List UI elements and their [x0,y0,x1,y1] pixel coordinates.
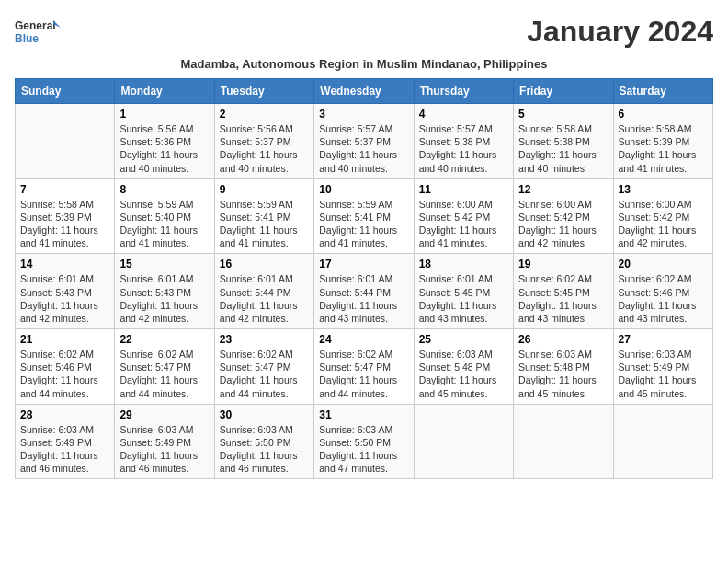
calendar-cell: 12Sunrise: 6:00 AM Sunset: 5:42 PM Dayli… [514,178,613,254]
cell-content: Sunrise: 6:01 AM Sunset: 5:43 PM Dayligh… [119,272,209,325]
cell-content: Sunrise: 5:58 AM Sunset: 5:38 PM Dayligh… [518,122,608,175]
calendar-cell: 17Sunrise: 6:01 AM Sunset: 5:44 PM Dayli… [314,254,414,329]
day-number: 28 [20,408,109,421]
month-title: January 2024 [527,15,713,49]
cell-content: Sunrise: 6:02 AM Sunset: 5:47 PM Dayligh… [220,348,309,400]
calendar-cell: 16Sunrise: 6:01 AM Sunset: 5:44 PM Dayli… [214,254,313,329]
day-number: 30 [220,408,309,421]
day-header-wednesday: Wednesday [314,79,414,104]
day-header-thursday: Thursday [414,79,513,104]
cell-content: Sunrise: 5:57 AM Sunset: 5:38 PM Dayligh… [419,122,508,175]
day-number: 19 [518,258,608,270]
cell-content: Sunrise: 6:01 AM Sunset: 5:44 PM Dayligh… [319,272,408,325]
day-number: 12 [518,183,608,196]
calendar-week-3: 14Sunrise: 6:01 AM Sunset: 5:43 PM Dayli… [16,254,713,329]
calendar-cell: 4Sunrise: 5:57 AM Sunset: 5:38 PM Daylig… [414,104,513,179]
calendar-cell: 10Sunrise: 5:59 AM Sunset: 5:41 PM Dayli… [314,178,414,254]
day-number: 8 [119,183,209,196]
calendar-cell: 14Sunrise: 6:01 AM Sunset: 5:43 PM Dayli… [16,254,115,329]
cell-content: Sunrise: 6:02 AM Sunset: 5:46 PM Dayligh… [619,272,708,325]
day-number: 27 [619,333,708,346]
calendar-cell: 2Sunrise: 5:56 AM Sunset: 5:37 PM Daylig… [214,104,313,179]
day-header-friday: Friday [514,79,613,104]
calendar-table: SundayMondayTuesdayWednesdayThursdayFrid… [15,78,713,479]
calendar-cell: 3Sunrise: 5:57 AM Sunset: 5:37 PM Daylig… [314,104,414,179]
header: General Blue January 2024 [15,15,713,53]
cell-content: Sunrise: 6:03 AM Sunset: 5:48 PM Dayligh… [518,348,608,400]
cell-content: Sunrise: 6:03 AM Sunset: 5:50 PM Dayligh… [319,423,408,476]
day-number: 10 [319,183,408,196]
day-number: 4 [419,108,508,121]
day-number: 9 [220,183,309,196]
calendar-cell: 1Sunrise: 5:56 AM Sunset: 5:36 PM Daylig… [115,104,214,179]
cell-content: Sunrise: 6:02 AM Sunset: 5:45 PM Dayligh… [518,272,608,325]
calendar-cell [613,404,712,479]
calendar-week-1: 1Sunrise: 5:56 AM Sunset: 5:36 PM Daylig… [16,104,713,179]
cell-content: Sunrise: 6:02 AM Sunset: 5:47 PM Dayligh… [119,348,209,400]
calendar-cell: 22Sunrise: 6:02 AM Sunset: 5:47 PM Dayli… [115,329,214,405]
day-number: 15 [119,258,209,270]
calendar-week-2: 7Sunrise: 5:58 AM Sunset: 5:39 PM Daylig… [16,178,713,254]
day-number: 26 [518,333,608,346]
calendar-cell [414,404,513,479]
day-number: 20 [619,258,708,270]
cell-content: Sunrise: 6:02 AM Sunset: 5:47 PM Dayligh… [319,348,408,400]
day-number: 17 [319,258,408,270]
calendar-cell: 24Sunrise: 6:02 AM Sunset: 5:47 PM Dayli… [314,329,414,405]
day-number: 5 [518,108,608,121]
day-number: 1 [119,108,209,121]
calendar-cell: 13Sunrise: 6:00 AM Sunset: 5:42 PM Dayli… [613,178,712,254]
cell-content: Sunrise: 6:00 AM Sunset: 5:42 PM Dayligh… [619,198,708,250]
day-number: 21 [20,333,109,346]
calendar-cell: 21Sunrise: 6:02 AM Sunset: 5:46 PM Dayli… [16,329,115,405]
calendar-cell: 25Sunrise: 6:03 AM Sunset: 5:48 PM Dayli… [414,329,513,405]
day-number: 14 [20,258,109,270]
cell-content: Sunrise: 6:02 AM Sunset: 5:46 PM Dayligh… [20,348,109,400]
logo: General Blue [15,15,61,53]
calendar-cell [514,404,613,479]
calendar-cell: 30Sunrise: 6:03 AM Sunset: 5:50 PM Dayli… [214,404,313,479]
calendar-cell: 27Sunrise: 6:03 AM Sunset: 5:49 PM Dayli… [613,329,712,405]
cell-content: Sunrise: 6:03 AM Sunset: 5:49 PM Dayligh… [20,423,109,476]
day-number: 2 [220,108,309,121]
day-number: 31 [319,408,408,421]
cell-content: Sunrise: 5:58 AM Sunset: 5:39 PM Dayligh… [619,122,708,175]
calendar-cell: 26Sunrise: 6:03 AM Sunset: 5:48 PM Dayli… [514,329,613,405]
day-number: 25 [419,333,508,346]
calendar-week-4: 21Sunrise: 6:02 AM Sunset: 5:46 PM Dayli… [16,329,713,405]
calendar-cell: 28Sunrise: 6:03 AM Sunset: 5:49 PM Dayli… [16,404,115,479]
day-number: 16 [220,258,309,270]
day-number: 22 [119,333,209,346]
cell-content: Sunrise: 6:00 AM Sunset: 5:42 PM Dayligh… [518,198,608,250]
calendar-subtitle: Madamba, Autonomous Region in Muslim Min… [15,57,713,71]
day-number: 6 [619,108,708,121]
calendar-cell: 7Sunrise: 5:58 AM Sunset: 5:39 PM Daylig… [16,178,115,254]
day-header-monday: Monday [115,79,214,104]
calendar-cell: 19Sunrise: 6:02 AM Sunset: 5:45 PM Dayli… [514,254,613,329]
calendar-cell: 8Sunrise: 5:59 AM Sunset: 5:40 PM Daylig… [115,178,214,254]
cell-content: Sunrise: 6:01 AM Sunset: 5:44 PM Dayligh… [220,272,309,325]
calendar-cell: 29Sunrise: 6:03 AM Sunset: 5:49 PM Dayli… [115,404,214,479]
cell-content: Sunrise: 6:03 AM Sunset: 5:48 PM Dayligh… [419,348,508,400]
calendar-week-5: 28Sunrise: 6:03 AM Sunset: 5:49 PM Dayli… [16,404,713,479]
cell-content: Sunrise: 6:01 AM Sunset: 5:45 PM Dayligh… [419,272,508,325]
day-number: 29 [119,408,209,421]
calendar-cell: 23Sunrise: 6:02 AM Sunset: 5:47 PM Dayli… [214,329,313,405]
cell-content: Sunrise: 5:59 AM Sunset: 5:40 PM Dayligh… [119,198,209,250]
cell-content: Sunrise: 6:03 AM Sunset: 5:49 PM Dayligh… [119,423,209,476]
day-number: 7 [20,183,109,196]
calendar-cell: 6Sunrise: 5:58 AM Sunset: 5:39 PM Daylig… [613,104,712,179]
day-number: 13 [619,183,708,196]
cell-content: Sunrise: 6:03 AM Sunset: 5:49 PM Dayligh… [619,348,708,400]
calendar-cell: 31Sunrise: 6:03 AM Sunset: 5:50 PM Dayli… [314,404,414,479]
day-header-tuesday: Tuesday [214,79,313,104]
day-number: 11 [419,183,508,196]
calendar-cell [16,104,115,179]
cell-content: Sunrise: 6:00 AM Sunset: 5:42 PM Dayligh… [419,198,508,250]
calendar-cell: 11Sunrise: 6:00 AM Sunset: 5:42 PM Dayli… [414,178,513,254]
day-number: 18 [419,258,508,270]
calendar-cell: 20Sunrise: 6:02 AM Sunset: 5:46 PM Dayli… [613,254,712,329]
cell-content: Sunrise: 5:59 AM Sunset: 5:41 PM Dayligh… [220,198,309,250]
day-number: 23 [220,333,309,346]
svg-text:Blue: Blue [15,32,39,45]
